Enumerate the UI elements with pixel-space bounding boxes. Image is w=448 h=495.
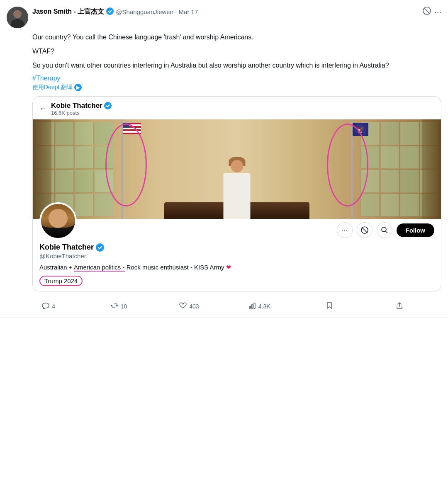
bookmark-action[interactable] bbox=[294, 301, 364, 312]
svg-rect-13 bbox=[251, 305, 253, 308]
retweet-action[interactable]: 10 bbox=[83, 301, 153, 312]
author-info: Jason Smith - 上官杰文 @ShangguanJiewen · Ma… bbox=[32, 7, 441, 17]
embedded-profile-card: ← Kobie Thatcher 16.5K posts bbox=[32, 96, 441, 291]
person-figure bbox=[224, 160, 251, 219]
tweet-text-1: Our country? You call the Chinese langua… bbox=[32, 32, 441, 42]
more-options-button[interactable]: ··· bbox=[337, 222, 353, 238]
action-bar: 4 10 403 4.3K bbox=[7, 297, 441, 318]
bio-annotation-underline: American politics - bbox=[74, 264, 125, 272]
author-display-name: Jason Smith - 上官杰文 bbox=[32, 7, 104, 16]
tweet-container: Jason Smith - 上官杰文 @ShangguanJiewen · Ma… bbox=[0, 0, 448, 318]
views-icon bbox=[248, 301, 256, 312]
reply-count: 4 bbox=[52, 303, 55, 310]
views-action[interactable]: 4.3K bbox=[224, 301, 294, 312]
retweet-icon bbox=[110, 301, 119, 312]
svg-point-6 bbox=[104, 102, 112, 109]
svg-rect-14 bbox=[254, 303, 255, 308]
bookmark-icon bbox=[325, 301, 334, 312]
card-header: ← Kobie Thatcher 16.5K posts bbox=[33, 97, 441, 119]
like-count: 403 bbox=[189, 303, 199, 310]
card-header-info: Kobie Thatcher 16.5K posts bbox=[51, 102, 112, 116]
views-count: 4.3K bbox=[258, 303, 270, 310]
author-handle-date: @ShangguanJiewen · Mar 17 bbox=[116, 8, 198, 15]
search-button[interactable] bbox=[377, 222, 392, 238]
retweet-count: 10 bbox=[121, 303, 127, 310]
back-arrow-icon[interactable]: ← bbox=[39, 104, 47, 113]
mute-icon[interactable] bbox=[423, 7, 431, 17]
svg-point-3 bbox=[106, 7, 114, 15]
profile-actions: ··· Follow bbox=[337, 222, 435, 240]
hashtag-area: #Therapy bbox=[32, 75, 441, 82]
card-display-name: Kobie Thatcher bbox=[51, 102, 112, 110]
tweet-header: Jason Smith - 上官杰文 @ShangguanJiewen · Ma… bbox=[7, 7, 441, 28]
svg-rect-12 bbox=[249, 306, 251, 308]
avatar-image bbox=[7, 7, 28, 28]
verified-icon bbox=[106, 7, 114, 17]
more-options-icon[interactable]: ··· bbox=[434, 7, 441, 17]
author-name-row: Jason Smith - 上官杰文 @ShangguanJiewen · Ma… bbox=[32, 7, 441, 17]
share-action[interactable] bbox=[365, 301, 435, 312]
reply-action[interactable]: 4 bbox=[13, 301, 83, 312]
svg-point-11 bbox=[96, 243, 104, 252]
tweet-text-3: So you don't want other countries interf… bbox=[32, 61, 441, 70]
profile-verified-icon bbox=[96, 243, 104, 252]
hashtag-link[interactable]: #Therapy bbox=[32, 75, 61, 82]
reply-icon bbox=[41, 301, 50, 312]
heart-icon: ❤ bbox=[226, 264, 231, 271]
profile-bio: Australian + American politics - Rock mu… bbox=[39, 263, 434, 272]
svg-line-8 bbox=[362, 227, 368, 233]
follow-button[interactable]: Follow bbox=[397, 223, 435, 237]
author-avatar[interactable] bbox=[7, 7, 28, 28]
trump-badge-area: Trump 2024 bbox=[39, 276, 434, 286]
profile-display-name: Kobie Thatcher bbox=[39, 243, 94, 252]
tweet-text-2: WTAF? bbox=[32, 46, 441, 56]
profile-name-row: Kobie Thatcher bbox=[39, 243, 434, 252]
trump-2024-badge: Trump 2024 bbox=[39, 276, 83, 286]
deepl-link[interactable]: 使用DeepL翻译 ▶ bbox=[32, 84, 441, 91]
share-icon bbox=[395, 301, 404, 312]
profile-handle: @KobieThatcher bbox=[39, 252, 434, 260]
svg-line-10 bbox=[385, 231, 387, 233]
profile-info: Kobie Thatcher @KobieThatcher Australian… bbox=[33, 243, 441, 291]
card-posts-count: 16.5K posts bbox=[51, 110, 112, 116]
svg-point-9 bbox=[382, 227, 386, 232]
deepl-icon: ▶ bbox=[74, 84, 82, 91]
mute-button[interactable] bbox=[357, 222, 373, 238]
profile-avatar[interactable] bbox=[39, 202, 77, 240]
like-action[interactable]: 403 bbox=[154, 301, 224, 312]
like-icon bbox=[179, 301, 187, 312]
svg-point-1 bbox=[13, 10, 22, 18]
svg-line-5 bbox=[424, 8, 430, 14]
